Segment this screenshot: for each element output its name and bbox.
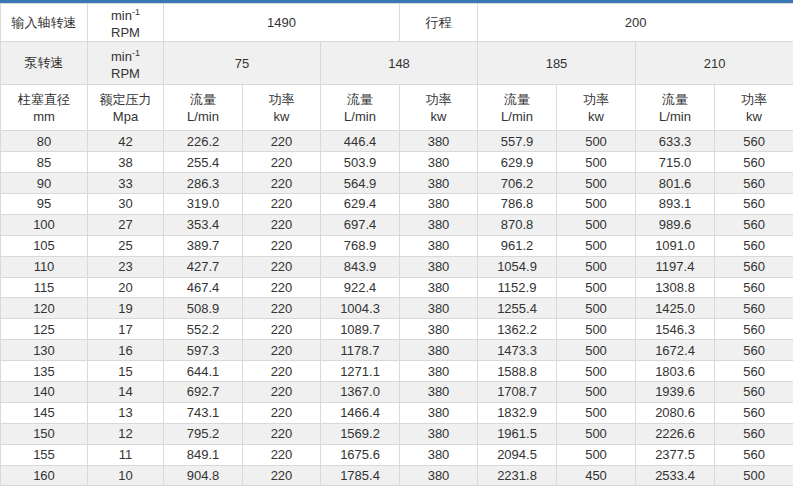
rated-pressure-cell: 10 — [88, 465, 164, 486]
table-row: 13515644.12201271.13801588.85001803.6560 — [1, 361, 793, 382]
flow-value-cell: 564.9 — [321, 173, 400, 194]
power-value-cell: 380 — [400, 340, 478, 361]
plunger-diameter-cell: 90 — [1, 173, 88, 194]
rated-pressure-cell: 42 — [88, 131, 164, 152]
flow-value-cell: 353.4 — [164, 214, 243, 235]
pump-speed-value-75: 75 — [164, 42, 321, 85]
flow-value-cell: 629.4 — [321, 194, 400, 215]
power-value-cell: 380 — [400, 444, 478, 465]
plunger-diameter-cell: 155 — [1, 444, 88, 465]
table-row: 12019508.92201004.33801255.45001425.0560 — [1, 298, 793, 319]
flow-value-cell: 2231.8 — [478, 465, 557, 486]
flow-value-cell: 1473.3 — [478, 340, 557, 361]
power-value-cell: 220 — [243, 214, 321, 235]
flow-value-cell: 692.7 — [164, 382, 243, 403]
plunger-diameter-cell: 130 — [1, 340, 88, 361]
power-value-cell: 500 — [557, 319, 636, 340]
flow-value-cell: 961.2 — [478, 235, 557, 256]
flow-value-cell: 1152.9 — [478, 277, 557, 298]
table-row: 9530319.0220629.4380786.8500893.1560 — [1, 194, 793, 215]
flow-value-cell: 706.2 — [478, 173, 557, 194]
flow-value-cell: 1785.4 — [321, 465, 400, 486]
table-row: 15511849.12201675.63802094.55002377.5560 — [1, 444, 793, 465]
flow-value-cell: 446.4 — [321, 131, 400, 152]
flow-header: 流量L/min — [164, 85, 243, 131]
flow-value-cell: 1054.9 — [478, 256, 557, 277]
power-value-cell: 560 — [715, 256, 793, 277]
flow-value-cell: 629.9 — [478, 152, 557, 173]
table-row: 10525389.7220768.9380961.25001091.0560 — [1, 235, 793, 256]
spec-table-body: 8042226.2220446.4380557.9500633.35608538… — [1, 131, 793, 486]
flow-value-cell: 1675.6 — [321, 444, 400, 465]
power-value-cell: 220 — [243, 444, 321, 465]
power-value-cell: 220 — [243, 152, 321, 173]
power-value-cell: 220 — [243, 131, 321, 152]
rated-pressure-cell: 27 — [88, 214, 164, 235]
stroke-label: 行程 — [400, 4, 478, 42]
power-value-cell: 500 — [557, 214, 636, 235]
power-value-cell: 380 — [400, 194, 478, 215]
table-row: 13016597.32201178.73801473.35001672.4560 — [1, 340, 793, 361]
power-header: 功率kw — [715, 85, 793, 131]
power-value-cell: 560 — [715, 423, 793, 444]
plunger-diameter-cell: 120 — [1, 298, 88, 319]
rated-pressure-cell: 14 — [88, 382, 164, 403]
rated-pressure-cell: 19 — [88, 298, 164, 319]
flow-value-cell: 989.6 — [636, 214, 715, 235]
power-value-cell: 220 — [243, 173, 321, 194]
flow-value-cell: 1308.8 — [636, 277, 715, 298]
plunger-diameter-cell: 115 — [1, 277, 88, 298]
power-value-cell: 560 — [715, 319, 793, 340]
rated-pressure-cell: 16 — [88, 340, 164, 361]
pump-speed-value-148: 148 — [321, 42, 478, 85]
pump-speed-label: 泵转速 — [1, 42, 88, 85]
rated-pressure-cell: 20 — [88, 277, 164, 298]
rated-pressure-header: 额定压力Mpa — [88, 85, 164, 131]
flow-value-cell: 467.4 — [164, 277, 243, 298]
rated-pressure-cell: 17 — [88, 319, 164, 340]
rated-pressure-cell: 33 — [88, 173, 164, 194]
power-value-cell: 560 — [715, 131, 793, 152]
flow-value-cell: 743.1 — [164, 402, 243, 423]
plunger-diameter-cell: 105 — [1, 235, 88, 256]
power-value-cell: 220 — [243, 256, 321, 277]
power-value-cell: 560 — [715, 214, 793, 235]
table-row: 11520467.4220922.43801152.95001308.8560 — [1, 277, 793, 298]
power-value-cell: 500 — [557, 256, 636, 277]
flow-value-cell: 849.1 — [164, 444, 243, 465]
plunger-diameter-cell: 125 — [1, 319, 88, 340]
power-header: 功率kw — [243, 85, 321, 131]
flow-value-cell: 597.3 — [164, 340, 243, 361]
flow-value-cell: 319.0 — [164, 194, 243, 215]
power-value-cell: 560 — [715, 173, 793, 194]
power-value-cell: 450 — [557, 465, 636, 486]
table-row: 15012795.22201569.23801961.55002226.6560 — [1, 423, 793, 444]
pump-spec-table: 输入轴转速 min-1 RPM 1490 行程 200 泵转速 min-1 RP… — [0, 3, 793, 486]
flow-value-cell: 226.2 — [164, 131, 243, 152]
power-value-cell: 380 — [400, 173, 478, 194]
flow-value-cell: 1178.7 — [321, 340, 400, 361]
flow-value-cell: 286.3 — [164, 173, 243, 194]
power-value-cell: 500 — [557, 152, 636, 173]
unit-min-rpm: min-1 — [88, 45, 163, 65]
power-value-cell: 500 — [557, 444, 636, 465]
power-value-cell: 220 — [243, 361, 321, 382]
flow-value-cell: 1091.0 — [636, 235, 715, 256]
table-row: 14513743.12201466.43801832.95002080.6560 — [1, 402, 793, 423]
flow-value-cell: 557.9 — [478, 131, 557, 152]
power-value-cell: 500 — [557, 423, 636, 444]
flow-value-cell: 1367.0 — [321, 382, 400, 403]
flow-value-cell: 1672.4 — [636, 340, 715, 361]
power-value-cell: 500 — [557, 235, 636, 256]
plunger-diameter-cell: 85 — [1, 152, 88, 173]
spec-page: 输入轴转速 min-1 RPM 1490 行程 200 泵转速 min-1 RP… — [0, 0, 793, 486]
power-value-cell: 220 — [243, 465, 321, 486]
plunger-diameter-cell: 160 — [1, 465, 88, 486]
power-value-cell: 220 — [243, 340, 321, 361]
flow-value-cell: 1961.5 — [478, 423, 557, 444]
flow-value-cell: 1546.3 — [636, 319, 715, 340]
plunger-diameter-cell: 150 — [1, 423, 88, 444]
power-value-cell: 220 — [243, 382, 321, 403]
flow-value-cell: 1089.7 — [321, 319, 400, 340]
flow-value-cell: 427.7 — [164, 256, 243, 277]
